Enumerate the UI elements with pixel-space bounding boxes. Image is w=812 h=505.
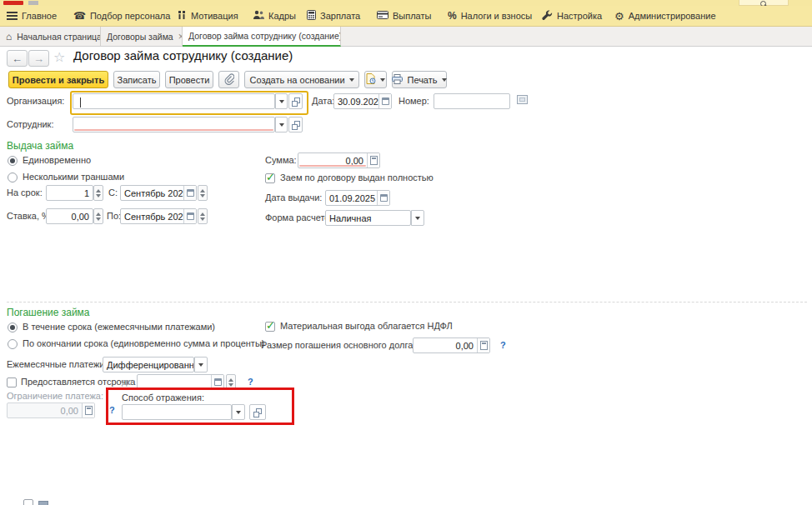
- organization-open-button[interactable]: [288, 93, 303, 109]
- radio-at-end-label[interactable]: По окончании срока (единовременно сумма …: [23, 338, 264, 348]
- menu-item-salary[interactable]: Зарплата: [307, 6, 360, 26]
- rate-input[interactable]: 0,00: [46, 208, 93, 224]
- radio-once[interactable]: [8, 156, 18, 166]
- deferral-label[interactable]: Предоставляется отсрочка: [21, 377, 135, 387]
- forward-button[interactable]: →: [28, 50, 49, 67]
- button-label: Провести и закрыть: [13, 75, 104, 85]
- deferral-until-label: до:: [122, 377, 135, 387]
- titlebar-icon: [28, 1, 38, 5]
- wrench-icon: [542, 10, 553, 22]
- reflection-open-button[interactable]: [249, 404, 266, 420]
- settlement-form-dropdown-button[interactable]: [411, 210, 424, 226]
- attachments-button[interactable]: [218, 71, 239, 88]
- note-icon[interactable]: [517, 95, 528, 104]
- reflection-label: Способ отражения:: [122, 392, 204, 402]
- term-input[interactable]: 1: [46, 185, 93, 201]
- calendar-button[interactable]: [183, 186, 196, 200]
- print-button[interactable]: Печать: [392, 71, 447, 88]
- date-input[interactable]: 30.09.2025: [333, 93, 392, 109]
- menu-label: Администрирование: [629, 11, 716, 21]
- organization-dropdown-button[interactable]: [275, 93, 288, 109]
- dropdown-arrow-icon: [349, 78, 354, 82]
- radio-during-term[interactable]: [8, 322, 18, 332]
- menu-item-settings[interactable]: Настройка: [542, 6, 602, 26]
- radio-tranches-label[interactable]: Несколькими траншами: [23, 172, 124, 182]
- phone-icon: ☎: [73, 11, 86, 21]
- amount-input[interactable]: 0,00: [298, 152, 380, 168]
- favorite-star-icon[interactable]: ☆: [53, 49, 65, 65]
- tab-loan-contract-new[interactable]: Договор займа сотруднику (создание)×: [183, 27, 341, 47]
- issued-in-full-label[interactable]: Заем по договору выдан полностью: [280, 172, 434, 182]
- material-benefit-checkbox[interactable]: ✓: [265, 322, 275, 332]
- menu-label: Подбор персонала: [90, 11, 170, 21]
- number-label: Номер:: [398, 96, 429, 106]
- employee-open-button[interactable]: [288, 117, 303, 132]
- deferral-spinner[interactable]: [226, 374, 236, 390]
- save-button[interactable]: Записать: [113, 71, 160, 88]
- from-label: С:: [108, 188, 118, 198]
- reflection-dropdown-button[interactable]: [232, 404, 245, 420]
- document-clock-icon: [366, 73, 376, 86]
- required-underline: [74, 129, 273, 131]
- menu-item-administration[interactable]: ⚙Администрирование: [614, 6, 716, 26]
- deferral-date-input[interactable]: [137, 374, 224, 390]
- tab-loan-contracts[interactable]: Договоры займа×: [101, 27, 183, 46]
- calendar-button[interactable]: [377, 191, 389, 205]
- tab-home[interactable]: ⌂Начальная страница: [0, 27, 101, 46]
- number-input[interactable]: [434, 93, 510, 109]
- document-history-button[interactable]: [364, 71, 387, 88]
- reflection-input[interactable]: [122, 404, 232, 420]
- menu-item-taxes[interactable]: %Налоги и взносы: [448, 6, 532, 26]
- back-button[interactable]: ←: [7, 50, 28, 67]
- to-spinner[interactable]: [198, 208, 208, 224]
- text-cursor: [80, 98, 81, 108]
- material-benefit-label[interactable]: Материальная выгода облагается НДФЛ: [280, 321, 453, 331]
- from-month-input[interactable]: Сентябрь 2025: [120, 185, 197, 201]
- principal-input[interactable]: 0,00: [413, 338, 490, 353]
- radio-once-label[interactable]: Единовременно: [23, 155, 91, 165]
- calculator-button[interactable]: [367, 153, 379, 168]
- calendar-button[interactable]: [211, 375, 223, 389]
- rate-spinner[interactable]: [93, 208, 103, 224]
- open-icon: [294, 121, 300, 127]
- monthly-payments-dropdown-button[interactable]: [194, 357, 208, 372]
- payment-limit-value: 0,00: [8, 403, 82, 418]
- search-box[interactable]: [739, 0, 789, 6]
- menu-label: Мотивация: [191, 11, 238, 21]
- principal-help-link[interactable]: ?: [500, 340, 506, 350]
- monthly-payments-select[interactable]: Дифференцированные пл: [103, 357, 194, 372]
- menu-item-hr[interactable]: Кадры: [253, 6, 296, 26]
- to-month-input[interactable]: Сентябрь 2025: [120, 208, 197, 224]
- employee-dropdown-button[interactable]: [275, 117, 288, 132]
- menu-label: Зарплата: [320, 11, 360, 21]
- menu-item-main[interactable]: Главное: [7, 6, 57, 26]
- calendar-button[interactable]: [183, 209, 196, 223]
- menu-item-payments[interactable]: Выплаты: [377, 6, 431, 26]
- card-icon: [377, 11, 388, 21]
- issue-date-input[interactable]: 01.09.2025: [325, 190, 390, 206]
- term-spinner[interactable]: [93, 185, 103, 201]
- post-button[interactable]: Провести: [165, 71, 213, 88]
- clipped-checkbox[interactable]: [23, 499, 33, 505]
- deferral-help-link[interactable]: ?: [248, 377, 253, 387]
- from-spinner[interactable]: [198, 185, 208, 201]
- employee-input[interactable]: [73, 117, 275, 132]
- radio-tranches[interactable]: [8, 172, 18, 182]
- organization-input[interactable]: [73, 93, 275, 109]
- calendar-button[interactable]: [378, 94, 391, 108]
- tab-label: Начальная страница: [17, 32, 101, 42]
- menu-item-motivation[interactable]: Мотивация: [177, 6, 238, 26]
- calendar-icon: [187, 189, 194, 197]
- deferral-checkbox[interactable]: [7, 378, 17, 388]
- app-logo-icon: [3, 1, 23, 5]
- calculator-button[interactable]: [477, 338, 489, 352]
- settlement-form-select[interactable]: Наличная: [325, 210, 411, 226]
- tab-label: Договоры займа: [107, 32, 173, 42]
- payment-limit-help-link[interactable]: ?: [109, 405, 115, 415]
- menu-item-recruiting[interactable]: ☎Подбор персонала: [73, 6, 170, 26]
- issued-in-full-checkbox[interactable]: ✓: [265, 173, 275, 183]
- radio-during-term-label[interactable]: В течение срока (ежемесячными платежами): [23, 322, 215, 332]
- create-based-on-button[interactable]: Создать на основании: [244, 71, 359, 88]
- radio-at-end[interactable]: [8, 339, 18, 349]
- post-and-close-button[interactable]: Провести и закрыть: [8, 71, 108, 88]
